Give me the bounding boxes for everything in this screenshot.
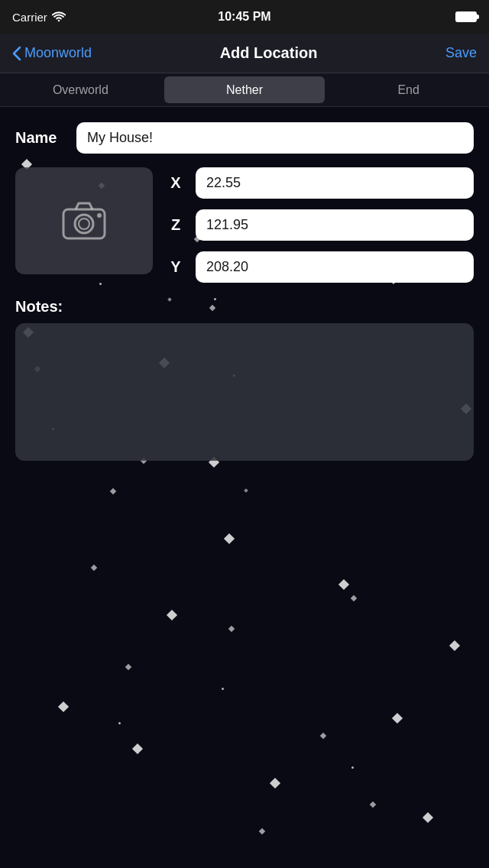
back-label: Moonworld <box>24 45 92 61</box>
x-row: X <box>165 167 474 199</box>
camera-icon <box>57 194 111 248</box>
nav-title: Add Location <box>220 44 318 62</box>
photo-button[interactable] <box>15 167 153 274</box>
name-row: Name <box>15 122 474 154</box>
middle-section: X Z Y <box>15 167 474 283</box>
carrier-label: Carrier <box>12 11 47 24</box>
notes-label: Notes: <box>15 298 474 316</box>
x-input[interactable] <box>196 167 474 199</box>
coords-section: X Z Y <box>165 167 474 283</box>
y-label: Y <box>165 258 186 276</box>
battery-icon <box>455 11 477 22</box>
status-carrier: Carrier <box>12 11 66 24</box>
back-button[interactable]: Moonworld <box>12 45 92 61</box>
segment-overworld[interactable]: Overworld <box>0 73 161 106</box>
name-label: Name <box>15 129 76 147</box>
z-row: Z <box>165 209 474 241</box>
segment-control: Overworld Nether End <box>0 73 489 107</box>
name-input[interactable] <box>76 122 474 154</box>
nav-bar: Moonworld Add Location Save <box>0 34 489 73</box>
status-bar: Carrier 10:45 PM <box>0 0 489 34</box>
z-label: Z <box>165 216 186 234</box>
x-label: X <box>165 174 186 192</box>
svg-point-2 <box>79 219 89 229</box>
notes-section: Notes: <box>15 298 474 464</box>
main-content: Name X Z Y <box>0 107 489 479</box>
chevron-left-icon <box>12 46 21 61</box>
status-time: 10:45 PM <box>218 10 270 24</box>
svg-point-1 <box>75 215 93 233</box>
save-button[interactable]: Save <box>445 45 477 61</box>
svg-point-3 <box>97 213 102 218</box>
wifi-icon <box>52 11 66 22</box>
notes-input[interactable] <box>15 323 474 461</box>
segment-nether[interactable]: Nether <box>164 76 325 103</box>
z-input[interactable] <box>196 209 474 241</box>
y-input[interactable] <box>196 251 474 283</box>
segment-end[interactable]: End <box>328 73 489 106</box>
y-row: Y <box>165 251 474 283</box>
